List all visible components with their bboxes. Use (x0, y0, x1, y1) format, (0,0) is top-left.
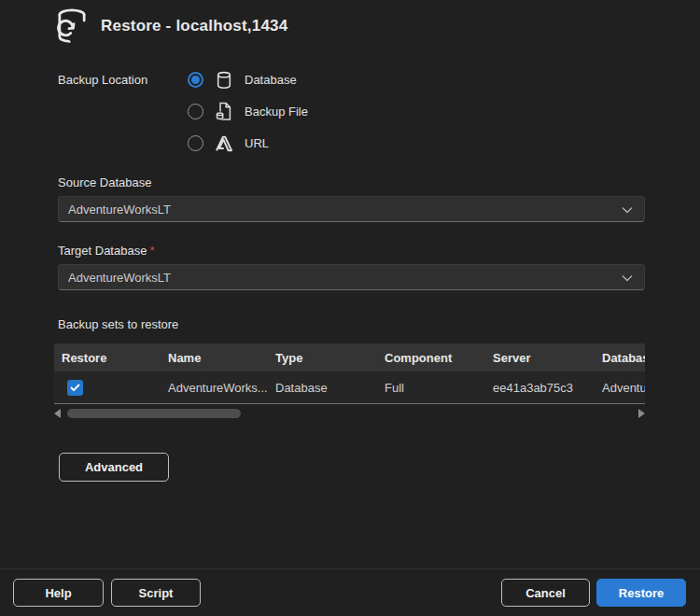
column-header-server: Server (485, 343, 595, 371)
advanced-button[interactable]: Advanced (59, 453, 169, 482)
database-icon (215, 71, 233, 90)
source-database-value: AdventureWorksLT (68, 203, 171, 217)
target-database-value: AdventureWorksLT (68, 271, 171, 285)
component-cell: Full (377, 371, 485, 403)
type-cell: Database (268, 371, 377, 403)
radio-option-database[interactable]: Database (188, 68, 308, 91)
database-cell: AdventureWorksLT (595, 371, 645, 403)
restore-button[interactable]: Restore (596, 579, 686, 607)
page-title: Restore - localhost,1434 (101, 17, 287, 35)
column-header-database: Database (595, 343, 645, 371)
radio-button-database[interactable] (188, 72, 203, 88)
server-cell: ee41a3ab75c3 (485, 371, 595, 403)
backup-sets-table: Restore Name Type Component Server Datab… (54, 343, 645, 404)
table-header-row: Restore Name Type Component Server Datab… (54, 343, 645, 371)
scrollbar-track[interactable] (64, 409, 635, 418)
radio-label-url: URL (245, 136, 269, 150)
radio-button-url[interactable] (188, 135, 203, 151)
chevron-down-icon (622, 201, 633, 217)
restore-database-icon (54, 6, 90, 47)
restore-cell (54, 371, 161, 403)
required-asterisk: * (149, 244, 154, 258)
script-button[interactable]: Script (111, 579, 201, 607)
radio-option-backup-file[interactable]: Backup File (188, 100, 308, 123)
dialog-header: Restore - localhost,1434 (54, 6, 287, 47)
column-header-name: Name (161, 343, 268, 371)
radio-option-url[interactable]: URL (188, 132, 308, 155)
radio-button-backup-file[interactable] (188, 104, 203, 119)
column-header-restore: Restore (54, 343, 161, 371)
restore-checkbox[interactable] (67, 380, 83, 396)
backup-file-icon (215, 103, 233, 121)
target-database-label: Target Database* (58, 244, 154, 258)
radio-label-backup-file: Backup File (245, 105, 308, 119)
backup-location-label: Backup Location (58, 73, 147, 87)
target-database-select[interactable]: AdventureWorksLT (58, 264, 645, 290)
azure-icon (215, 134, 233, 153)
radio-label-database: Database (245, 73, 297, 87)
horizontal-scrollbar[interactable] (54, 408, 645, 419)
backup-location-radio-group: Database Backup File URL (188, 68, 308, 155)
column-header-component: Component (377, 343, 485, 371)
footer-divider (0, 568, 700, 569)
name-cell: AdventureWorks... (161, 371, 268, 403)
source-database-label: Source Database (58, 175, 151, 189)
cancel-button[interactable]: Cancel (501, 579, 590, 607)
help-button[interactable]: Help (13, 579, 104, 607)
scroll-left-icon[interactable] (54, 409, 61, 418)
scroll-right-icon[interactable] (638, 409, 645, 418)
column-header-type: Type (268, 343, 377, 371)
backup-sets-label: Backup sets to restore (58, 317, 178, 331)
table-row[interactable]: AdventureWorks... Database Full ee41a3ab… (54, 371, 645, 403)
scrollbar-thumb[interactable] (67, 409, 241, 418)
chevron-down-icon (622, 269, 633, 286)
source-database-select[interactable]: AdventureWorksLT (58, 196, 645, 222)
